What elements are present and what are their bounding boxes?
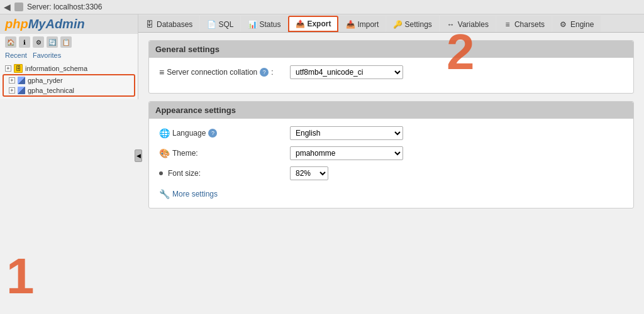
collation-control: utf8mb4_unicode_ci utf8_general_ci utf8m… bbox=[290, 65, 403, 79]
db-icon-technical bbox=[18, 87, 25, 94]
sql-tab-icon: 📄 bbox=[207, 20, 216, 29]
language-help-icon[interactable]: ? bbox=[208, 129, 217, 138]
db-item-gpha-ryder[interactable]: + gpha_ryder bbox=[4, 75, 134, 85]
tab-engine-label: Engine bbox=[570, 20, 594, 29]
logo-php: php bbox=[5, 17, 28, 31]
tab-import[interactable]: 📥 Import bbox=[339, 16, 386, 32]
tab-charsets-label: Charsets bbox=[514, 20, 545, 29]
tab-settings[interactable]: 🔑 Settings bbox=[386, 16, 438, 32]
db-name-ryder: gpha_ryder bbox=[28, 77, 63, 84]
tab-status-label: Status bbox=[259, 20, 280, 29]
tab-export-label: Export bbox=[307, 19, 331, 28]
tab-sql[interactable]: 📄 SQL bbox=[200, 16, 240, 32]
font-size-bullet bbox=[159, 171, 163, 175]
db-icon: 🗄 bbox=[14, 64, 23, 73]
theme-select[interactable]: pmahomme original bbox=[290, 146, 403, 160]
db-item-information-schema[interactable]: + 🗄 information_schema bbox=[0, 63, 138, 74]
collation-help-icon[interactable]: ? bbox=[260, 68, 269, 77]
refresh-icon-btn[interactable]: 🔄 bbox=[47, 36, 58, 48]
pma-logo: phpMyAdmin bbox=[5, 17, 85, 31]
general-settings-header: General settings bbox=[149, 41, 633, 58]
main-layout: phpMyAdmin 🏠 ℹ ⚙ 🔄 📋 Recent Favorites bbox=[0, 14, 644, 314]
font-size-select[interactable]: 82% 90% 100% 110% bbox=[290, 166, 328, 180]
tab-databases-label: Databases bbox=[157, 20, 192, 29]
theme-icon: 🎨 bbox=[159, 148, 170, 158]
tab-variables[interactable]: ↔ Variables bbox=[440, 16, 496, 32]
export-tab-icon: 📤 bbox=[296, 19, 304, 28]
collation-setting-row: ≡ Server connection collation ? : utf8mb… bbox=[159, 65, 623, 79]
tab-export[interactable]: 📤 Export bbox=[288, 16, 338, 32]
theme-control: pmahomme original bbox=[290, 146, 403, 160]
collation-label: ≡ Server connection collation ? : bbox=[159, 67, 285, 77]
tab-variables-label: Variables bbox=[458, 20, 489, 29]
general-settings-body: ≡ Server connection collation ? : utf8mb… bbox=[149, 58, 633, 93]
language-label-text: Language bbox=[172, 129, 206, 138]
font-size-label: Font size: bbox=[159, 169, 285, 178]
theme-label-text: Theme: bbox=[172, 149, 198, 158]
settings-icon-btn[interactable]: ⚙ bbox=[33, 36, 44, 48]
variables-tab-icon: ↔ bbox=[447, 20, 455, 29]
db-name-label: information_schema bbox=[25, 65, 87, 72]
engine-tab-icon: ⚙ bbox=[559, 20, 568, 29]
tab-bar: 🗄 Databases 📄 SQL 📊 Status 📤 Export 📥 Im… bbox=[138, 14, 644, 33]
db-expand-ryder[interactable]: + bbox=[9, 77, 15, 84]
collation-label-text: Server connection collation bbox=[167, 68, 257, 77]
font-size-setting-row: Font size: 82% 90% 100% 110% bbox=[159, 166, 623, 180]
appearance-settings-box: Appearance settings 🌐 Language ? English bbox=[148, 101, 634, 208]
tab-databases[interactable]: 🗄 Databases bbox=[138, 16, 199, 32]
more-settings-label: More settings bbox=[172, 190, 218, 198]
status-tab-icon: 📊 bbox=[248, 20, 257, 29]
info-icon-btn[interactable]: ℹ bbox=[19, 36, 30, 48]
sidebar-collapse-btn[interactable]: ◀ bbox=[135, 149, 142, 162]
language-select[interactable]: English French German Spanish bbox=[290, 126, 403, 140]
db-expand-technical[interactable]: + bbox=[9, 87, 15, 94]
db-name-technical: gpha_technical bbox=[28, 87, 74, 94]
server-icon bbox=[14, 3, 23, 11]
favorites-link[interactable]: Favorites bbox=[33, 51, 61, 59]
tab-import-label: Import bbox=[357, 20, 379, 29]
language-control: English French German Spanish bbox=[290, 126, 403, 140]
language-setting-row: 🌐 Language ? English French German Spani… bbox=[159, 126, 623, 140]
tab-engine[interactable]: ⚙ Engine bbox=[552, 16, 601, 32]
recent-link[interactable]: Recent bbox=[5, 51, 27, 59]
wrench-icon: 🔧 bbox=[159, 189, 170, 199]
sidebar-links: Recent Favorites bbox=[0, 50, 138, 60]
appearance-settings-header: Appearance settings bbox=[149, 102, 633, 119]
sidebar: phpMyAdmin 🏠 ℹ ⚙ 🔄 📋 Recent Favorites bbox=[0, 14, 138, 99]
theme-label: 🎨 Theme: bbox=[159, 148, 285, 158]
back-arrow[interactable]: ◀ bbox=[4, 2, 11, 12]
sidebar-db-list: + 🗄 information_schema + gpha_ryder + gp… bbox=[0, 60, 138, 99]
sidebar-header: phpMyAdmin bbox=[0, 14, 138, 34]
appearance-settings-body: 🌐 Language ? English French German Spani… bbox=[149, 119, 633, 208]
console-icon-btn[interactable]: 📋 bbox=[60, 36, 72, 48]
collation-select[interactable]: utf8mb4_unicode_ci utf8_general_ci utf8m… bbox=[290, 65, 403, 79]
home-icon-btn[interactable]: 🏠 bbox=[5, 36, 16, 48]
sidebar-icons: 🏠 ℹ ⚙ 🔄 📋 bbox=[0, 34, 138, 50]
db-item-gpha-technical[interactable]: + gpha_technical bbox=[4, 85, 134, 95]
databases-tab-icon: 🗄 bbox=[145, 20, 154, 29]
logo-myadmin: MyAdmin bbox=[28, 17, 85, 31]
settings-tab-icon: 🔑 bbox=[393, 20, 402, 29]
theme-setting-row: 🎨 Theme: pmahomme original bbox=[159, 146, 623, 160]
import-tab-icon: 📥 bbox=[346, 20, 355, 29]
sidebar-wrapper: phpMyAdmin 🏠 ℹ ⚙ 🔄 📋 Recent Favorites bbox=[0, 14, 138, 314]
page-content: General settings ≡ Server connection col… bbox=[138, 33, 644, 314]
collation-icon: ≡ bbox=[159, 67, 164, 77]
tab-status[interactable]: 📊 Status bbox=[241, 16, 287, 32]
general-settings-box: General settings ≡ Server connection col… bbox=[148, 40, 634, 94]
server-label: Server: localhost:3306 bbox=[27, 3, 102, 11]
top-bar: ◀ Server: localhost:3306 bbox=[0, 0, 644, 14]
tab-settings-label: Settings bbox=[404, 20, 431, 29]
more-settings-link[interactable]: 🔧 More settings bbox=[159, 187, 623, 200]
content-area: 2 🗄 Databases 📄 SQL 📊 Status 📤 Export 📥 … bbox=[138, 14, 644, 314]
font-size-control: 82% 90% 100% 110% bbox=[290, 166, 328, 180]
sub-items-highlighted: + gpha_ryder + gpha_technical bbox=[3, 74, 135, 97]
tab-charsets[interactable]: ≡ Charsets bbox=[496, 16, 552, 32]
font-size-label-text: Font size: bbox=[168, 169, 201, 178]
db-expand-icon[interactable]: + bbox=[5, 65, 11, 72]
db-icon-ryder bbox=[18, 77, 25, 84]
language-icon: 🌐 bbox=[159, 128, 170, 138]
tab-sql-label: SQL bbox=[218, 20, 233, 29]
charsets-tab-icon: ≡ bbox=[503, 20, 512, 29]
language-label: 🌐 Language ? bbox=[159, 128, 285, 138]
